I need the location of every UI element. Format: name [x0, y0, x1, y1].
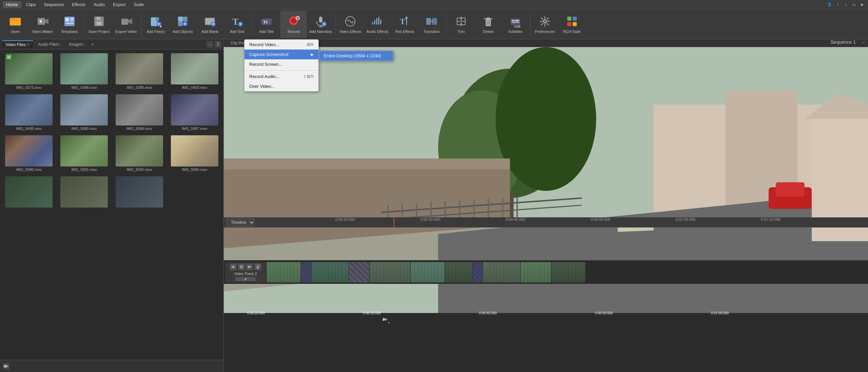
record-video-shortcut: ⌘R	[307, 42, 314, 47]
over-video-item[interactable]: Over Video...	[244, 81, 318, 91]
capture-screenshot-item[interactable]: Capture Screenshot ▶	[244, 50, 318, 59]
capture-submenu: Entire Desktop (3584 x 2240)	[319, 51, 393, 61]
dropdown-separator	[244, 70, 318, 71]
record-audio-shortcut: ⇧⌘R	[303, 74, 314, 79]
record-dropdown: Record Video... ⌘R Capture Screenshot ▶ …	[244, 39, 319, 92]
record-screen-item[interactable]: Record Screen...	[244, 59, 318, 69]
submenu-arrow-icon: ▶	[311, 53, 314, 56]
record-audio-item[interactable]: Record Audio... ⇧⌘R	[244, 72, 318, 81]
entire-desktop-item[interactable]: Entire Desktop (3584 x 2240)	[319, 51, 393, 61]
dropdown-overlay[interactable]	[0, 0, 868, 372]
record-video-item[interactable]: Record Video... ⌘R	[244, 40, 318, 50]
